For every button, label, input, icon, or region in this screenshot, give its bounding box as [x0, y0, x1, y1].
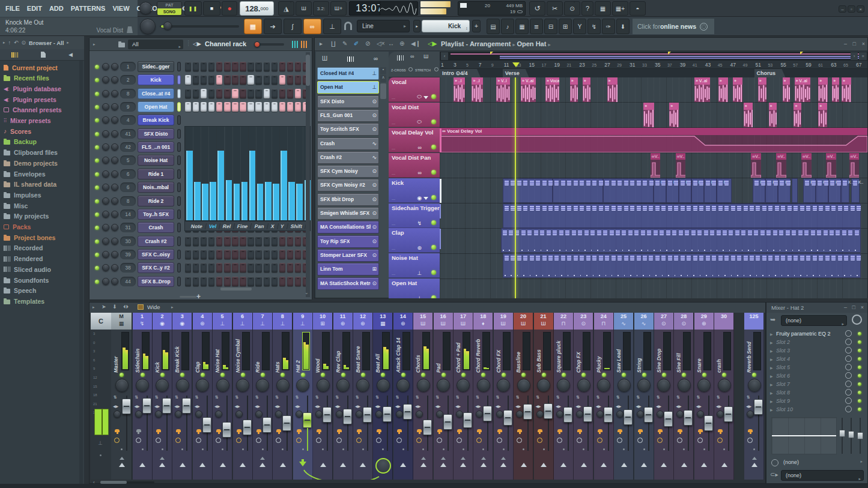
- channel-select-pill[interactable]: [177, 129, 181, 139]
- step-cell[interactable]: [264, 62, 270, 71]
- strip-mute-led[interactable]: [682, 373, 686, 377]
- graph-tab-fine[interactable]: Fine: [234, 223, 252, 229]
- step-cell[interactable]: [279, 75, 286, 85]
- strip-mute-led[interactable]: [581, 373, 586, 377]
- strip-clock[interactable]: [597, 438, 602, 443]
- step-cell[interactable]: [264, 75, 270, 85]
- browser-collapse-icon[interactable]: ▸: [3, 40, 5, 45]
- picker-scroll-thumb[interactable]: [380, 83, 386, 99]
- strip-pan-knob[interactable]: [115, 379, 129, 392]
- strip-header[interactable]: 125: [744, 313, 763, 330]
- step-cell[interactable]: [272, 250, 278, 259]
- mixer-strip-125[interactable]: 125Reverb Send⇅◀▶: [744, 313, 764, 480]
- channel-number[interactable]: 4: [120, 115, 136, 125]
- strip-pan-knob[interactable]: [637, 379, 651, 392]
- channel-number[interactable]: 1: [120, 62, 136, 71]
- channel-enable-led[interactable]: [95, 65, 99, 69]
- step-cell[interactable]: [272, 62, 278, 71]
- browser-item[interactable]: Current project: [4, 62, 80, 73]
- strip-clock[interactable]: [236, 438, 241, 443]
- step-cell[interactable]: [193, 75, 199, 85]
- step-cell[interactable]: [193, 263, 199, 273]
- step-cell[interactable]: [295, 250, 302, 259]
- strip-arrow-small[interactable]: [461, 457, 466, 460]
- strip-fader[interactable]: [604, 407, 613, 423]
- strip-clock[interactable]: [136, 438, 141, 443]
- step-cell[interactable]: [201, 263, 207, 273]
- strip-fader[interactable]: [383, 406, 392, 422]
- strip-header[interactable]: 2◉: [153, 313, 172, 330]
- fx-slot-knob[interactable]: [845, 339, 852, 345]
- pattern-add-button[interactable]: +: [472, 20, 481, 32]
- strip-header[interactable]: 21Ш: [534, 313, 553, 330]
- strip-sep-arrows[interactable]: ⇅: [195, 396, 199, 399]
- strip-fader[interactable]: [724, 406, 733, 422]
- strip-arrow[interactable]: [360, 463, 366, 467]
- strip-ss-knob[interactable]: [456, 411, 463, 418]
- strip-fader[interactable]: [122, 399, 131, 414]
- step-cell[interactable]: [185, 62, 192, 71]
- strip-sep-arrows[interactable]: ⇅: [114, 396, 117, 399]
- playlist-tool-magnet[interactable]: ∐: [331, 40, 336, 47]
- audio-clip[interactable]: » Vocal: [545, 77, 559, 102]
- mixer-swap-icon[interactable]: ⏴⏵: [123, 304, 129, 310]
- strip-mute-led[interactable]: [502, 373, 506, 377]
- strip-pan-arrows[interactable]: ◀▶: [214, 404, 220, 408]
- record-audio-button[interactable]: ⊙: [564, 1, 580, 16]
- close-button[interactable]: ×: [857, 5, 864, 13]
- strip-pan-arrows[interactable]: ◀▶: [496, 404, 501, 408]
- track-dots[interactable]: ...: [392, 271, 395, 276]
- playlist-overview[interactable]: ‹›≡: [440, 52, 867, 61]
- strip-sep-arrows[interactable]: ⇅: [135, 396, 139, 399]
- fx-slot[interactable]: ▶Slot 2: [769, 339, 865, 346]
- channel-select-pill[interactable]: [177, 236, 181, 246]
- picker-item[interactable]: Crash #2∿: [317, 151, 379, 164]
- strip-ss-knob[interactable]: [416, 411, 423, 418]
- strip-pan-knob[interactable]: [477, 379, 490, 392]
- step-cell[interactable]: [185, 236, 192, 246]
- channel-enable-led[interactable]: [95, 185, 99, 190]
- channel-number[interactable]: 6: [120, 182, 136, 192]
- step-cell[interactable]: [240, 277, 246, 286]
- playlist-close[interactable]: ×: [862, 41, 865, 47]
- save-new-button[interactable]: ▦+: [612, 1, 628, 16]
- strip-ss-knob[interactable]: [296, 411, 303, 418]
- step-cell[interactable]: [193, 62, 199, 71]
- step-cell[interactable]: [279, 277, 286, 286]
- tempo-display[interactable]: 128.000: [240, 1, 274, 16]
- strip-arrow[interactable]: [661, 463, 667, 467]
- strip-mute-led[interactable]: [421, 373, 425, 377]
- track-type-icon[interactable]: ∞: [418, 170, 422, 176]
- step-cell[interactable]: [279, 102, 286, 112]
- track-header[interactable]: Clap...⊛: [389, 228, 440, 253]
- step-cell[interactable]: [287, 102, 294, 112]
- pause-button[interactable]: ❚❚: [184, 1, 202, 16]
- picker-item[interactable]: Stomper Lazer SFX⊙: [317, 249, 379, 262]
- strip-clock[interactable]: [537, 438, 542, 443]
- playlist-tool-slip[interactable]: ↔: [388, 40, 394, 47]
- typing-keyboard-button[interactable]: Ш+: [330, 1, 347, 16]
- strip-pan-arrows[interactable]: ◀▶: [295, 404, 300, 408]
- channel-enable-led[interactable]: [95, 145, 99, 149]
- graph-tab-note[interactable]: Note: [187, 223, 207, 229]
- strip-arrow[interactable]: [481, 463, 487, 467]
- step-cell[interactable]: [287, 236, 294, 246]
- strip-mute-led[interactable]: [301, 373, 305, 377]
- strip-sep-arrows[interactable]: ⇅: [516, 396, 520, 399]
- picker-scroll-up[interactable]: ᴧ: [380, 75, 386, 82]
- strip-pan-arrows[interactable]: ◀▶: [275, 404, 280, 408]
- step-cell[interactable]: [255, 89, 262, 98]
- picker-item[interactable]: SFX Cym Noisy #2⊙: [317, 179, 379, 191]
- strip-pan-arrows[interactable]: ◀▶: [255, 404, 260, 408]
- fx-slot[interactable]: ▶Slot 10: [769, 406, 865, 414]
- channel-number[interactable]: 8: [120, 196, 136, 206]
- channel-pan-knob[interactable]: [102, 278, 109, 285]
- add-channel-button[interactable]: +: [196, 292, 201, 301]
- strip-clock[interactable]: [457, 438, 462, 443]
- mixer-strip-9[interactable]: 9⊥Hat 2⇅◀▶: [293, 313, 313, 480]
- channel-button[interactable]: Kick: [138, 74, 174, 85]
- channel-button[interactable]: Close..at #4: [138, 88, 174, 99]
- step-cell[interactable]: [232, 62, 238, 71]
- menu-view[interactable]: VIEW: [112, 5, 129, 12]
- strip-ss-knob[interactable]: [747, 411, 754, 418]
